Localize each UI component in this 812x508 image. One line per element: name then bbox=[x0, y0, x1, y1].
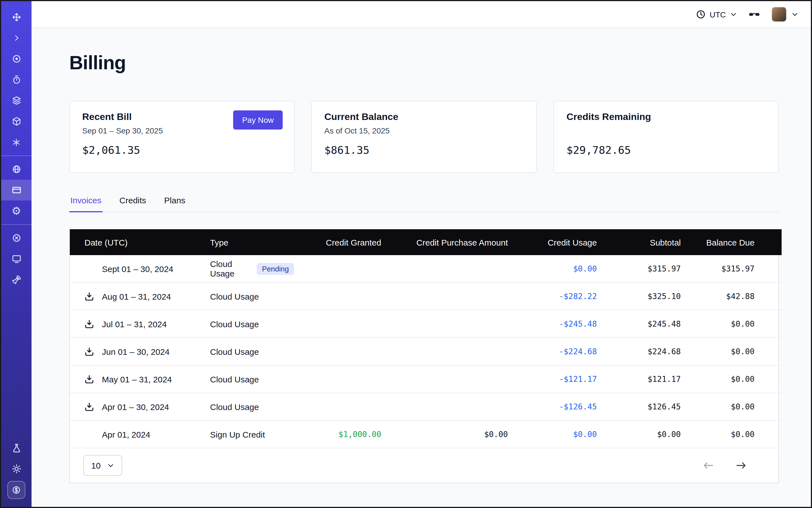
pay-now-button[interactable]: Pay Now bbox=[233, 111, 283, 130]
sidebar-divider bbox=[1, 156, 32, 156]
summary-cards: Recent Bill Sep 01 – Sep 30, 2025 $2,061… bbox=[69, 101, 779, 173]
table-row: Apr 01, 2024 Sign Up Credit $1,000.00 $0… bbox=[70, 420, 781, 448]
billing-tabs: Invoices Credits Plans bbox=[69, 191, 779, 212]
col-header-date: Date (UTC) bbox=[70, 229, 198, 255]
invoice-date: Apr 01, 2024 bbox=[102, 429, 151, 439]
sidebar-item-labs[interactable] bbox=[1, 437, 32, 458]
subtotal-cell: $0.00 bbox=[597, 420, 681, 448]
sidebar-item-settings[interactable]: ⚙ bbox=[1, 201, 32, 221]
sidebar: ⚙ bbox=[1, 1, 32, 507]
credit-granted-cell bbox=[294, 255, 381, 283]
chevron-down-icon bbox=[730, 11, 737, 18]
arrow-left-icon bbox=[703, 460, 715, 471]
next-page-button[interactable] bbox=[735, 460, 747, 471]
goggles-button[interactable] bbox=[749, 9, 760, 19]
sidebar-item-layers[interactable] bbox=[1, 90, 32, 111]
download-invoice-icon[interactable] bbox=[84, 402, 96, 412]
credit-card-icon bbox=[11, 185, 21, 195]
download-invoice-icon[interactable] bbox=[84, 347, 96, 356]
monitor-icon bbox=[11, 254, 21, 263]
billing-page: Billing Recent Bill Sep 01 – Sep 30, 202… bbox=[32, 28, 811, 507]
asterisk-icon bbox=[12, 138, 21, 147]
prev-page-button[interactable] bbox=[703, 460, 715, 471]
sidebar-item-errors[interactable] bbox=[1, 227, 32, 248]
current-balance-amount: $861.35 bbox=[324, 143, 524, 156]
subtotal-cell: $315.97 bbox=[597, 255, 681, 283]
credit-purchase-cell bbox=[381, 393, 508, 420]
credit-usage-cell: -$245.48 bbox=[508, 310, 597, 338]
col-header-credit-usage: Credit Usage bbox=[508, 229, 597, 255]
credit-usage-cell: -$121.17 bbox=[508, 365, 597, 393]
credit-usage-cell: -$224.68 bbox=[508, 338, 597, 365]
sidebar-item-timer[interactable] bbox=[1, 69, 32, 90]
sidebar-item-target[interactable] bbox=[1, 48, 32, 69]
chevron-right-icon bbox=[12, 34, 20, 42]
sidebar-item-credits[interactable] bbox=[1, 479, 32, 500]
move-logo-icon bbox=[11, 12, 21, 22]
tab-invoices[interactable]: Invoices bbox=[69, 191, 102, 212]
invoice-date: Sept 01 – 30, 2024 bbox=[102, 264, 173, 273]
recent-bill-card: Recent Bill Sep 01 – Sep 30, 2025 $2,061… bbox=[69, 101, 295, 173]
goggles-icon bbox=[749, 9, 760, 19]
credit-purchase-cell bbox=[381, 255, 508, 283]
credit-purchase-cell bbox=[381, 283, 508, 310]
credit-purchase-cell bbox=[381, 338, 508, 365]
sidebar-item-usage[interactable] bbox=[1, 159, 32, 180]
credit-granted-cell bbox=[294, 365, 381, 393]
credit-purchase-cell: $0.00 bbox=[381, 420, 508, 448]
avatar bbox=[771, 7, 787, 22]
tab-credits[interactable]: Credits bbox=[118, 191, 147, 212]
sidebar-item-cube[interactable] bbox=[1, 111, 32, 132]
sidebar-item-theme[interactable] bbox=[1, 458, 32, 479]
sidebar-item-functions[interactable] bbox=[1, 132, 32, 153]
clock-icon bbox=[696, 9, 706, 19]
download-invoice-icon[interactable] bbox=[84, 374, 96, 384]
tab-plans[interactable]: Plans bbox=[163, 191, 186, 212]
sidebar-item-workspace[interactable] bbox=[1, 248, 32, 269]
current-balance-card: Current Balance As of Oct 15, 2025 $861.… bbox=[311, 101, 537, 173]
timezone-select[interactable]: UTC bbox=[696, 9, 737, 19]
circle-x-icon bbox=[11, 233, 21, 243]
globe-icon bbox=[11, 164, 21, 174]
invoice-type: Cloud Usage bbox=[210, 374, 259, 384]
sidebar-item-collapse[interactable] bbox=[1, 28, 32, 48]
dollar-coin-icon bbox=[7, 481, 25, 499]
credit-usage-cell: -$282.22 bbox=[508, 283, 597, 310]
arrow-right-icon bbox=[735, 460, 747, 471]
balance-due-cell: $315.97 bbox=[681, 255, 781, 283]
page-size-select[interactable]: 10 bbox=[83, 455, 122, 476]
card-title: Credits Remaining bbox=[566, 112, 766, 123]
card-subtitle bbox=[566, 126, 766, 136]
sidebar-item-logo[interactable] bbox=[1, 7, 32, 28]
sidebar-divider bbox=[1, 224, 32, 225]
credit-granted-cell bbox=[294, 283, 381, 310]
invoice-type: Sign Up Credit bbox=[210, 429, 265, 439]
status-badge: Pending bbox=[257, 263, 294, 274]
sidebar-item-billing[interactable] bbox=[1, 180, 32, 201]
credit-granted-cell bbox=[294, 393, 381, 420]
credit-usage-cell: $0.00 bbox=[508, 255, 597, 283]
credits-remaining-card: Credits Remaining $29,782.65 bbox=[554, 101, 779, 173]
download-invoice-icon[interactable] bbox=[84, 291, 96, 301]
invoice-type: Cloud Usage bbox=[210, 347, 259, 356]
cube-icon bbox=[11, 117, 21, 126]
table-row: Jun 01 – 30, 2024 Cloud Usage -$224.68 $… bbox=[70, 338, 781, 365]
col-header-type: Type bbox=[198, 229, 294, 255]
sun-icon bbox=[11, 464, 21, 474]
gear-icon: ⚙ bbox=[11, 206, 21, 216]
balance-due-cell: $0.00 bbox=[681, 310, 781, 338]
invoice-type: Cloud Usage bbox=[210, 402, 259, 412]
balance-due-cell: $42.88 bbox=[681, 283, 781, 310]
table-header-row: Date (UTC) Type Credit Granted Credit Pu… bbox=[70, 229, 781, 255]
subtotal-cell: $126.45 bbox=[597, 393, 681, 420]
credits-remaining-amount: $29,782.65 bbox=[566, 143, 766, 156]
invoice-type: Cloud Usage bbox=[210, 259, 251, 278]
chevron-down-icon bbox=[107, 462, 114, 469]
download-invoice-icon[interactable] bbox=[84, 319, 96, 329]
balance-due-cell: $0.00 bbox=[681, 338, 781, 365]
account-menu[interactable] bbox=[771, 7, 799, 22]
credit-usage-cell: -$126.45 bbox=[508, 393, 597, 420]
invoice-type: Cloud Usage bbox=[210, 319, 259, 329]
invoice-date: May 01 – 31, 2024 bbox=[102, 374, 172, 384]
sidebar-item-deploy[interactable] bbox=[1, 269, 32, 290]
